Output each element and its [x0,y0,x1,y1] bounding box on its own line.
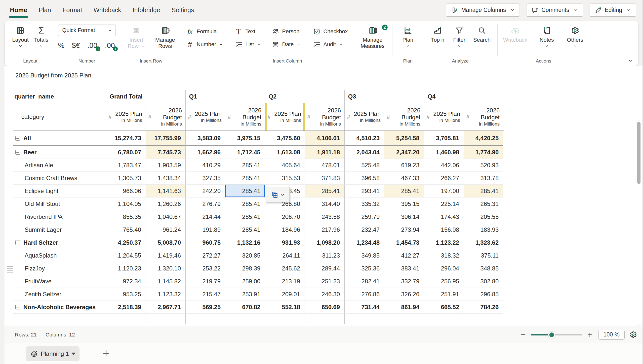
tab-planning-1[interactable]: Planning 1 [26,346,80,361]
data-cell[interactable]: 315.53 [265,172,305,184]
data-cell[interactable]: 3,475.60 [265,131,305,146]
data-cell[interactable]: 259.00 [225,275,265,288]
row-header-summit-lager[interactable]: Summit Lager [13,223,106,236]
data-cell[interactable]: 1,320.10 [146,262,185,275]
data-cell[interactable]: 243.58 [305,210,344,223]
data-cell[interactable]: 156.08 [424,223,464,236]
insert-checkbox-button[interactable]: Checkbox [313,28,350,35]
data-cell[interactable]: 225.14 [424,198,464,210]
data-cell[interactable]: 395.15 [384,198,424,210]
manage-columns-button[interactable]: Manage Columns [446,4,520,17]
row-header-fizzjoy[interactable]: FizzJoy [13,262,106,275]
data-cell[interactable]: 174.43 [424,210,464,223]
data-cell[interactable]: 1,438.34 [146,172,185,184]
data-cell[interactable] [185,314,225,324]
data-cell[interactable]: 784.26 [464,301,503,314]
data-cell[interactable]: 861.94 [384,301,424,314]
data-cell[interactable]: 320.85 [225,249,265,262]
data-cell[interactable]: 7,745.73 [146,146,185,159]
data-cell[interactable]: 1,774.90 [464,146,503,159]
zoom-slider[interactable] [531,332,582,338]
data-cell[interactable]: 318.32 [424,249,464,262]
row-header-zenith-seltzer[interactable]: Zenith Seltzer [13,288,106,301]
ribbon-collapse-chevron[interactable] [628,58,633,63]
percent-icon[interactable]: % [58,42,65,50]
data-cell[interactable]: 1,613.08 [265,146,305,159]
data-cell[interactable] [305,314,344,324]
top-n-button[interactable]: Top n [427,24,448,44]
data-cell[interactable] [225,314,265,324]
data-cell[interactable]: 253.22 [185,262,225,275]
data-cell[interactable]: 285.41 [225,172,265,184]
data-cell[interactable]: 2,518.39 [106,301,146,314]
data-cell[interactable]: 313.78 [464,172,503,184]
row-header-riverbend-ipa[interactable]: Riverbend IPA [13,210,106,223]
data-cell[interactable]: 731.44 [344,301,384,314]
data-cell[interactable]: 1,104.05 [106,198,146,210]
data-cell[interactable]: 569.25 [185,301,225,314]
corner-category[interactable]: category [13,103,106,130]
writeback-button[interactable]: Writeback [502,24,529,44]
collapse-icon[interactable] [16,136,20,141]
data-cell[interactable]: 251.91 [424,288,464,301]
data-cell[interactable]: 285.41 [464,184,503,198]
sheet-settings-gear-icon[interactable] [629,330,637,339]
data-cell[interactable]: 966.06 [106,184,146,198]
data-cell[interactable]: 670.82 [225,301,265,314]
menu-settings[interactable]: Settings [171,6,194,15]
data-cell[interactable]: 478.01 [305,159,344,172]
selected-cell[interactable]: 285.41 [225,184,265,198]
column-group-header-q3[interactable]: Q3 [344,90,424,103]
data-cell[interactable]: 855.35 [106,210,146,223]
data-cell[interactable]: 396.58 [344,172,384,184]
data-cell[interactable]: 1,120.23 [106,262,146,275]
manage-rows-button[interactable]: Manage Rows [152,24,178,50]
row-header-beer[interactable]: Beer [13,146,106,159]
decimal-increase-icon[interactable]: .00› [105,42,115,50]
data-cell[interactable]: 219.79 [185,275,225,288]
insert-formula-button[interactable]: fx Formula [186,28,226,36]
data-cell[interactable]: 405.64 [265,159,305,172]
data-cell[interactable]: 2,967.71 [146,301,185,314]
measure-header-plan[interactable]: #2025 Planin Millions [106,103,146,130]
data-cell[interactable]: 1,323.62 [464,236,503,249]
currency-icon[interactable]: $€ [72,42,80,50]
collapse-icon[interactable] [16,240,20,245]
data-cell[interactable]: 2,347.20 [384,146,424,159]
data-cell[interactable] [146,314,185,324]
data-cell[interactable]: 285.41 [225,223,265,236]
data-cell[interactable]: 242.20 [185,184,225,198]
data-cell[interactable]: 953.25 [106,288,146,301]
row-header-hard-seltzer[interactable]: Hard Seltzer [13,236,106,249]
measure-header-plan[interactable]: #2025 Planin Millions [344,103,384,130]
manage-measures-button[interactable]: 2 Manage Measures [357,24,389,50]
data-cell[interactable]: 1,141.63 [146,184,185,198]
data-cell[interactable]: 383.41 [384,262,424,275]
data-cell[interactable]: 3,975.15 [225,131,265,146]
data-cell[interactable]: 5,254.58 [384,131,424,146]
data-cell[interactable]: 1,260.26 [146,198,185,210]
filter-button[interactable]: Filter [450,24,469,48]
insert-person-button[interactable]: Person [272,28,304,35]
insert-date-button[interactable]: Date [272,41,304,48]
paste-options-button[interactable] [266,187,290,202]
data-cell[interactable]: 2,043.04 [344,146,384,159]
data-cell[interactable]: 273.94 [384,223,424,236]
data-cell[interactable]: 289.44 [305,262,344,275]
data-cell[interactable]: 209.01 [265,288,305,301]
search-button[interactable]: Search [471,24,493,44]
data-cell[interactable]: 6,780.07 [106,146,146,159]
data-cell[interactable]: 246.30 [305,288,344,301]
data-cell[interactable]: 259.79 [344,210,384,223]
corner-quarter-name[interactable]: quarter_name [13,90,106,103]
data-cell[interactable]: 4,250.37 [106,236,146,249]
data-cell[interactable]: 256.95 [424,275,464,288]
data-cell[interactable]: 15,274.73 [106,131,146,146]
collapse-icon[interactable] [16,150,20,154]
data-cell[interactable]: 298.39 [225,262,265,275]
data-cell[interactable]: 1,783.47 [106,159,146,172]
data-cell[interactable]: 520.93 [464,159,503,172]
others-button[interactable]: Others [565,24,586,48]
insert-row-button[interactable]: Insert Row [124,24,149,50]
data-cell[interactable]: 1,911.18 [305,146,344,159]
